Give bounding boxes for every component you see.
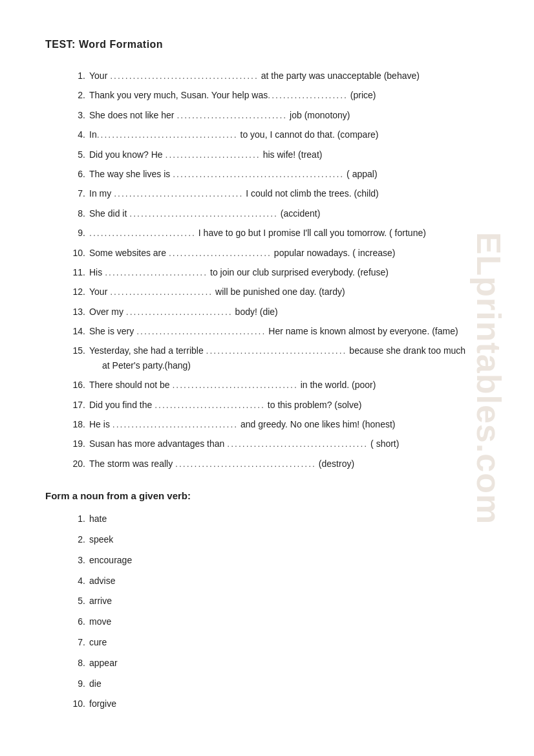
fill-blank-section: Your ...................................… [45, 69, 489, 471]
list-item: She is very ............................… [71, 324, 489, 338]
list-item: arrive [71, 594, 489, 609]
list-item: move [71, 614, 489, 630]
page-title: TEST: Word Formation [45, 39, 489, 50]
list-item: She did it .............................… [71, 206, 489, 221]
list-item: Yesterday, she had a terrible ..........… [71, 343, 489, 373]
list-item: Some websites are ......................… [71, 246, 489, 260]
list-item: Your ........................... will be… [71, 285, 489, 299]
list-item: Thank you very much, Susan. Your help wa… [71, 88, 489, 102]
list-item: Susan has more advantages than .........… [71, 437, 489, 451]
list-item: Your ...................................… [71, 69, 489, 83]
list-item: forgive [71, 697, 489, 712]
list-item: advise [71, 574, 489, 589]
list-item: In my ..................................… [71, 186, 489, 200]
list-item: ............................ I have to g… [71, 226, 489, 240]
list-item: The storm was really ...................… [71, 457, 489, 471]
list-item: speek [71, 532, 489, 548]
list-item: Did you know? He .......................… [71, 147, 489, 162]
list-item: He is ................................. … [71, 417, 489, 431]
list-item: appear [71, 656, 489, 671]
list-item: hate [71, 512, 489, 527]
list-item: His ........................... to join … [71, 265, 489, 279]
list-item: She does not like her ..................… [71, 108, 489, 122]
list-item: There should not be ....................… [71, 378, 489, 392]
list-item: In..................................... … [71, 127, 489, 142]
list-item: encourage [71, 553, 489, 568]
list-item: die [71, 676, 489, 692]
list-item: cure [71, 635, 489, 651]
fill-blank-list: Your ...................................… [45, 69, 489, 471]
verb-section: Form a noun from a given verb: hate spee… [45, 490, 489, 712]
verb-list: hate speek encourage advise arrive move … [45, 512, 489, 712]
list-item: Did you find the .......................… [71, 398, 489, 412]
section2-title: Form a noun from a given verb: [45, 490, 489, 501]
list-item: Over my ............................ bod… [71, 305, 489, 319]
list-item: The way she lives is ...................… [71, 167, 489, 181]
